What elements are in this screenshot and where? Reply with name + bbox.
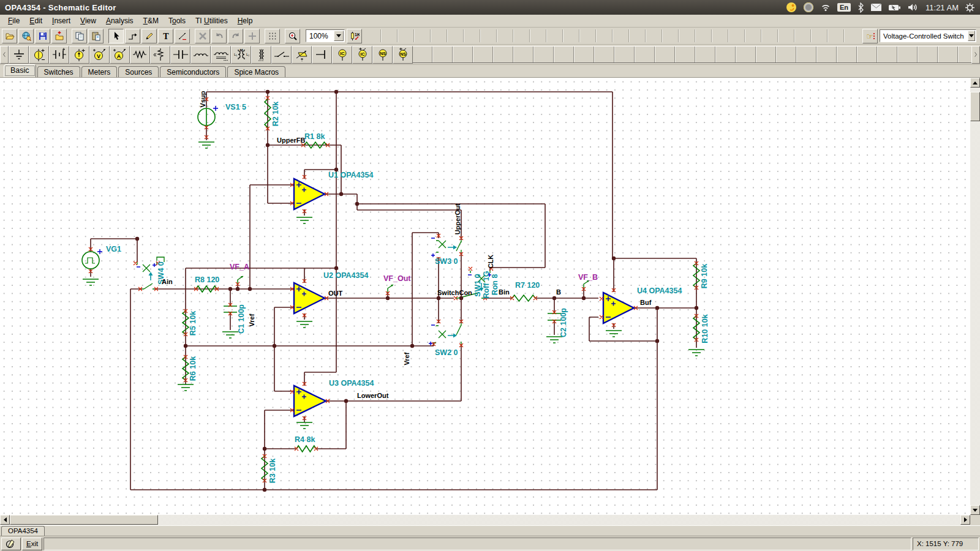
volume-icon[interactable] — [907, 2, 919, 12]
schematic-label-Bin[interactable]: Bin — [499, 289, 510, 296]
bluetooth-icon[interactable] — [857, 2, 864, 13]
schematic-label-R2-10k[interactable]: R2 10k — [272, 102, 280, 126]
line-edit-button[interactable] — [175, 29, 190, 43]
scroll-right-button[interactable] — [960, 515, 970, 525]
horizontal-scroll-thumb[interactable] — [10, 515, 158, 525]
open-web-button[interactable] — [18, 29, 34, 43]
palette-tab-semiconductors[interactable]: Semiconductors — [160, 66, 226, 77]
snap-grid-button[interactable] — [244, 29, 260, 43]
schematic-label-U2-OPA4354[interactable]: U2 OPA4354 — [323, 272, 368, 280]
horizontal-scrollbar[interactable] — [0, 515, 970, 525]
paste-button[interactable] — [88, 29, 104, 43]
schematic-label-R10-10k[interactable]: R10 10k — [701, 314, 709, 343]
delete-x-button[interactable] — [195, 29, 210, 43]
cursor-button[interactable] — [108, 29, 124, 43]
schematic-label-R8-120[interactable]: R8 120 — [195, 276, 219, 284]
open-file-button[interactable] — [2, 29, 17, 43]
schematic-label-Vsup[interactable]: Vsup — [200, 91, 206, 108]
potentiometer-button[interactable] — [150, 46, 170, 64]
menu-analysis[interactable]: Analysis — [102, 15, 138, 26]
scroll-right-button[interactable] — [971, 46, 980, 64]
schematic-label-CLK[interactable]: CLK — [488, 255, 494, 269]
scroll-down-button[interactable] — [970, 505, 980, 515]
initial-condition-plus-button[interactable]: IC — [352, 46, 372, 64]
jumper-button[interactable] — [312, 46, 332, 64]
schematic-label-C2-100p[interactable]: C2 100p — [560, 308, 568, 337]
keyboard-layout[interactable]: En — [837, 3, 851, 12]
mail-icon[interactable] — [870, 3, 882, 12]
inductor-button[interactable] — [190, 46, 211, 64]
schematic-label-R4-8k[interactable]: R4 8k — [295, 436, 315, 444]
schematic-label-VG1[interactable]: VG1 — [106, 246, 121, 253]
session-gear-icon[interactable] — [965, 2, 975, 13]
inductor-core-button[interactable] — [211, 46, 231, 64]
wire-tool-button[interactable] — [125, 29, 140, 43]
transformer-button[interactable] — [251, 46, 271, 64]
menu-t-m[interactable]: T&M — [139, 15, 163, 26]
schematic-label-OUT[interactable]: OUT — [328, 290, 342, 297]
zoom-combo-arrow[interactable] — [334, 31, 344, 41]
zoom-level-combo[interactable]: 100% — [306, 29, 345, 42]
schematic-label-C1-100p[interactable]: C1 100p — [238, 304, 246, 334]
component-select-combo[interactable]: Voltage-Controlled Switch — [880, 29, 976, 42]
switch-button[interactable] — [271, 46, 292, 64]
pencil-button[interactable] — [141, 29, 157, 43]
controlled-source-button[interactable] — [292, 46, 312, 64]
save-button[interactable] — [35, 29, 50, 43]
menu-ti-utilities[interactable]: TI Utilities — [191, 15, 232, 26]
schematic-label-Vref[interactable]: Vref — [249, 314, 255, 327]
folder-up-button[interactable] — [51, 29, 67, 43]
schematic-label-Roff-1G[interactable]: Roff 1G — [483, 271, 491, 298]
schematic-label-VF_B[interactable]: VF_B — [578, 274, 598, 282]
scroll-left-button[interactable] — [0, 46, 9, 64]
scroll-left-button[interactable] — [0, 515, 10, 525]
schematic-label-SW2-0[interactable]: SW2 0 — [435, 349, 458, 357]
current-source-button[interactable] — [69, 46, 89, 64]
editor-mode-button[interactable] — [1, 538, 21, 550]
menu-view[interactable]: View — [76, 15, 100, 26]
menu-insert[interactable]: Insert — [48, 15, 75, 26]
document-tab[interactable]: OPA4354 — [1, 526, 45, 536]
battery-icon[interactable] — [888, 4, 901, 12]
ammeter-button[interactable]: A — [110, 46, 130, 64]
nodeset-plus-button[interactable]: NS — [393, 46, 413, 64]
schematic-label-R7-120[interactable]: R7 120 — [515, 282, 540, 290]
schematic-label-VS1-5[interactable]: VS1 5 — [225, 103, 246, 111]
text-tool-button[interactable]: T — [158, 29, 173, 43]
schematic-label-R9-10k[interactable]: R9 10k — [701, 264, 709, 288]
schematic-label-Ain[interactable]: Ain — [162, 279, 173, 285]
schematic-label-SW1-0[interactable]: SW1 0 — [474, 274, 482, 297]
palette-tab-meters[interactable]: Meters — [81, 66, 118, 77]
schematic-label-U3-OPA4354[interactable]: U3 OPA4354 — [329, 380, 374, 388]
schematic-label-Ron-8[interactable]: Ron 8 — [491, 274, 499, 296]
schematic-label-R3-10k[interactable]: R3 10k — [269, 459, 277, 483]
nodeset-button[interactable]: NS — [372, 46, 393, 64]
meter-1k-button[interactable]: 1K — [347, 29, 362, 43]
redo-button[interactable] — [228, 29, 243, 43]
menu-edit[interactable]: Edit — [25, 15, 47, 26]
schematic-label-UpperOut[interactable]: UpperOut — [454, 204, 461, 235]
schematic-canvas[interactable]: VsupVS1 5R2 10kUpperFBR1 8kU1 OPA4354VG1… — [0, 78, 970, 515]
ground-button[interactable] — [9, 46, 29, 64]
grid-toggle-button[interactable] — [265, 29, 280, 43]
schematic-label-U1-OPA4354[interactable]: U1 OPA4354 — [328, 171, 373, 179]
menu-tools[interactable]: Tools — [164, 15, 190, 26]
vertical-scroll-thumb[interactable] — [970, 92, 980, 121]
palette-tab-sources[interactable]: Sources — [118, 66, 159, 77]
undo-button[interactable] — [211, 29, 227, 43]
voltage-source-button[interactable] — [29, 46, 49, 64]
capacitor-button[interactable] — [170, 46, 190, 64]
schematic-label-Vref[interactable]: Vref — [404, 353, 410, 365]
palette-tab-basic[interactable]: Basic — [4, 64, 36, 77]
messenger-icon[interactable] — [786, 2, 797, 13]
schematic-label-U4-OPA4354[interactable]: U4 OPA4354 — [637, 287, 682, 295]
schematic-label-VF_A[interactable]: VF_A — [230, 263, 249, 271]
menu-help[interactable]: Help — [233, 15, 257, 26]
schematic-label-SW3-0[interactable]: SW3 0 — [435, 258, 458, 266]
schematic-label-LowerOut[interactable]: LowerOut — [357, 392, 388, 399]
schematic-label-B[interactable]: B — [556, 289, 561, 296]
component-combo-arrow[interactable] — [968, 31, 975, 41]
schematic-label-R5-10k[interactable]: R5 10k — [189, 311, 197, 335]
schematic-label-Buf[interactable]: Buf — [640, 299, 651, 306]
schematic-label-R1-8k[interactable]: R1 8k — [304, 133, 325, 141]
